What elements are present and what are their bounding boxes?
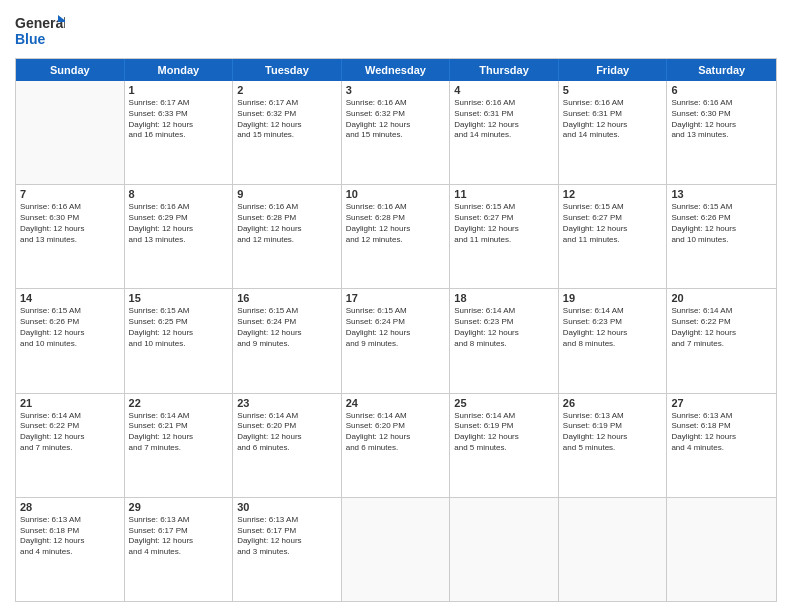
day-info: Sunrise: 6:16 AM Sunset: 6:30 PM Dayligh… — [671, 98, 772, 141]
day-number: 26 — [563, 397, 663, 409]
calendar-day-cell: 28Sunrise: 6:13 AM Sunset: 6:18 PM Dayli… — [16, 498, 125, 601]
svg-text:General: General — [15, 15, 65, 31]
day-number: 18 — [454, 292, 554, 304]
calendar-day-cell: 8Sunrise: 6:16 AM Sunset: 6:29 PM Daylig… — [125, 185, 234, 288]
calendar-week-row: 7Sunrise: 6:16 AM Sunset: 6:30 PM Daylig… — [16, 184, 776, 288]
calendar-day-cell — [450, 498, 559, 601]
calendar-day-cell: 6Sunrise: 6:16 AM Sunset: 6:30 PM Daylig… — [667, 81, 776, 184]
day-info: Sunrise: 6:16 AM Sunset: 6:31 PM Dayligh… — [563, 98, 663, 141]
day-info: Sunrise: 6:15 AM Sunset: 6:24 PM Dayligh… — [346, 306, 446, 349]
day-info: Sunrise: 6:13 AM Sunset: 6:19 PM Dayligh… — [563, 411, 663, 454]
day-number: 24 — [346, 397, 446, 409]
calendar-day-cell: 9Sunrise: 6:16 AM Sunset: 6:28 PM Daylig… — [233, 185, 342, 288]
day-number: 3 — [346, 84, 446, 96]
day-info: Sunrise: 6:15 AM Sunset: 6:27 PM Dayligh… — [563, 202, 663, 245]
day-number: 11 — [454, 188, 554, 200]
calendar-day-cell: 19Sunrise: 6:14 AM Sunset: 6:23 PM Dayli… — [559, 289, 668, 392]
day-info: Sunrise: 6:16 AM Sunset: 6:31 PM Dayligh… — [454, 98, 554, 141]
calendar-day-cell: 20Sunrise: 6:14 AM Sunset: 6:22 PM Dayli… — [667, 289, 776, 392]
calendar-day-cell: 16Sunrise: 6:15 AM Sunset: 6:24 PM Dayli… — [233, 289, 342, 392]
day-number: 15 — [129, 292, 229, 304]
calendar-day-cell: 17Sunrise: 6:15 AM Sunset: 6:24 PM Dayli… — [342, 289, 451, 392]
calendar-day-cell — [559, 498, 668, 601]
calendar-week-row: 28Sunrise: 6:13 AM Sunset: 6:18 PM Dayli… — [16, 497, 776, 601]
day-info: Sunrise: 6:14 AM Sunset: 6:21 PM Dayligh… — [129, 411, 229, 454]
day-number: 16 — [237, 292, 337, 304]
calendar-header-row: SundayMondayTuesdayWednesdayThursdayFrid… — [16, 59, 776, 81]
calendar-day-cell: 5Sunrise: 6:16 AM Sunset: 6:31 PM Daylig… — [559, 81, 668, 184]
day-info: Sunrise: 6:15 AM Sunset: 6:26 PM Dayligh… — [671, 202, 772, 245]
day-number: 2 — [237, 84, 337, 96]
calendar-day-cell: 22Sunrise: 6:14 AM Sunset: 6:21 PM Dayli… — [125, 394, 234, 497]
day-info: Sunrise: 6:14 AM Sunset: 6:23 PM Dayligh… — [454, 306, 554, 349]
calendar-day-cell: 4Sunrise: 6:16 AM Sunset: 6:31 PM Daylig… — [450, 81, 559, 184]
day-number: 8 — [129, 188, 229, 200]
calendar-day-cell: 1Sunrise: 6:17 AM Sunset: 6:33 PM Daylig… — [125, 81, 234, 184]
day-info: Sunrise: 6:16 AM Sunset: 6:30 PM Dayligh… — [20, 202, 120, 245]
logo: General Blue — [15, 10, 65, 50]
calendar-header-cell: Sunday — [16, 59, 125, 81]
calendar-header-cell: Tuesday — [233, 59, 342, 81]
day-number: 14 — [20, 292, 120, 304]
calendar-day-cell: 2Sunrise: 6:17 AM Sunset: 6:32 PM Daylig… — [233, 81, 342, 184]
day-info: Sunrise: 6:14 AM Sunset: 6:20 PM Dayligh… — [237, 411, 337, 454]
day-info: Sunrise: 6:14 AM Sunset: 6:20 PM Dayligh… — [346, 411, 446, 454]
day-info: Sunrise: 6:17 AM Sunset: 6:32 PM Dayligh… — [237, 98, 337, 141]
calendar-day-cell: 7Sunrise: 6:16 AM Sunset: 6:30 PM Daylig… — [16, 185, 125, 288]
day-number: 5 — [563, 84, 663, 96]
day-number: 12 — [563, 188, 663, 200]
day-number: 30 — [237, 501, 337, 513]
day-info: Sunrise: 6:16 AM Sunset: 6:28 PM Dayligh… — [237, 202, 337, 245]
day-info: Sunrise: 6:15 AM Sunset: 6:24 PM Dayligh… — [237, 306, 337, 349]
calendar: SundayMondayTuesdayWednesdayThursdayFrid… — [15, 58, 777, 602]
calendar-body: 1Sunrise: 6:17 AM Sunset: 6:33 PM Daylig… — [16, 81, 776, 601]
logo-svg: General Blue — [15, 10, 65, 50]
calendar-day-cell: 25Sunrise: 6:14 AM Sunset: 6:19 PM Dayli… — [450, 394, 559, 497]
calendar-header-cell: Monday — [125, 59, 234, 81]
day-number: 6 — [671, 84, 772, 96]
day-number: 13 — [671, 188, 772, 200]
calendar-day-cell: 12Sunrise: 6:15 AM Sunset: 6:27 PM Dayli… — [559, 185, 668, 288]
calendar-day-cell: 3Sunrise: 6:16 AM Sunset: 6:32 PM Daylig… — [342, 81, 451, 184]
day-number: 17 — [346, 292, 446, 304]
day-info: Sunrise: 6:14 AM Sunset: 6:22 PM Dayligh… — [671, 306, 772, 349]
day-info: Sunrise: 6:14 AM Sunset: 6:23 PM Dayligh… — [563, 306, 663, 349]
calendar-day-cell: 27Sunrise: 6:13 AM Sunset: 6:18 PM Dayli… — [667, 394, 776, 497]
day-number: 25 — [454, 397, 554, 409]
calendar-week-row: 14Sunrise: 6:15 AM Sunset: 6:26 PM Dayli… — [16, 288, 776, 392]
day-number: 4 — [454, 84, 554, 96]
day-number: 9 — [237, 188, 337, 200]
day-info: Sunrise: 6:13 AM Sunset: 6:18 PM Dayligh… — [20, 515, 120, 558]
day-number: 28 — [20, 501, 120, 513]
calendar-week-row: 21Sunrise: 6:14 AM Sunset: 6:22 PM Dayli… — [16, 393, 776, 497]
calendar-day-cell: 18Sunrise: 6:14 AM Sunset: 6:23 PM Dayli… — [450, 289, 559, 392]
page-header: General Blue — [15, 10, 777, 50]
day-info: Sunrise: 6:16 AM Sunset: 6:29 PM Dayligh… — [129, 202, 229, 245]
day-info: Sunrise: 6:16 AM Sunset: 6:28 PM Dayligh… — [346, 202, 446, 245]
day-number: 20 — [671, 292, 772, 304]
day-number: 1 — [129, 84, 229, 96]
day-info: Sunrise: 6:16 AM Sunset: 6:32 PM Dayligh… — [346, 98, 446, 141]
day-number: 27 — [671, 397, 772, 409]
day-number: 7 — [20, 188, 120, 200]
day-number: 21 — [20, 397, 120, 409]
day-info: Sunrise: 6:15 AM Sunset: 6:27 PM Dayligh… — [454, 202, 554, 245]
day-info: Sunrise: 6:15 AM Sunset: 6:25 PM Dayligh… — [129, 306, 229, 349]
day-info: Sunrise: 6:13 AM Sunset: 6:18 PM Dayligh… — [671, 411, 772, 454]
calendar-day-cell: 23Sunrise: 6:14 AM Sunset: 6:20 PM Dayli… — [233, 394, 342, 497]
calendar-day-cell: 15Sunrise: 6:15 AM Sunset: 6:25 PM Dayli… — [125, 289, 234, 392]
day-number: 19 — [563, 292, 663, 304]
calendar-day-cell — [16, 81, 125, 184]
calendar-day-cell — [667, 498, 776, 601]
calendar-day-cell: 11Sunrise: 6:15 AM Sunset: 6:27 PM Dayli… — [450, 185, 559, 288]
calendar-day-cell: 30Sunrise: 6:13 AM Sunset: 6:17 PM Dayli… — [233, 498, 342, 601]
day-info: Sunrise: 6:15 AM Sunset: 6:26 PM Dayligh… — [20, 306, 120, 349]
calendar-header-cell: Wednesday — [342, 59, 451, 81]
calendar-day-cell — [342, 498, 451, 601]
calendar-day-cell: 14Sunrise: 6:15 AM Sunset: 6:26 PM Dayli… — [16, 289, 125, 392]
calendar-day-cell: 29Sunrise: 6:13 AM Sunset: 6:17 PM Dayli… — [125, 498, 234, 601]
day-number: 23 — [237, 397, 337, 409]
day-info: Sunrise: 6:17 AM Sunset: 6:33 PM Dayligh… — [129, 98, 229, 141]
day-info: Sunrise: 6:13 AM Sunset: 6:17 PM Dayligh… — [237, 515, 337, 558]
calendar-day-cell: 10Sunrise: 6:16 AM Sunset: 6:28 PM Dayli… — [342, 185, 451, 288]
